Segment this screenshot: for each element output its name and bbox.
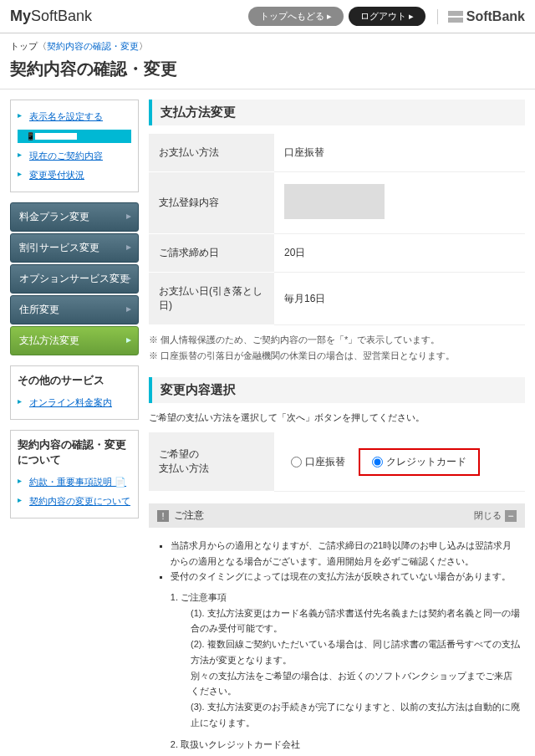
sidebar: 表示名を設定する 📱 現在のご契約内容 変更受付状況 料金プラン変更 割引サービ… (10, 100, 139, 529)
section-payment-change-title: 支払方法変更 (149, 100, 525, 125)
payment-reg-label: 支払登録内容 (149, 172, 274, 234)
nav-payment-change[interactable]: 支払方法変更 (10, 326, 139, 355)
radio-account-transfer[interactable]: 口座振替 (283, 450, 354, 474)
notice-title: ご注意 (174, 508, 204, 523)
notice-icon: ! (157, 510, 169, 522)
sidebar-phone-indicator: 📱 (18, 130, 131, 143)
nav-option-change[interactable]: オプションサービス変更 (10, 264, 139, 294)
minus-icon: − (505, 510, 517, 522)
privacy-note: ※ 個人情報保護のため、ご契約内容の一部を「*」で表示しています。 (149, 334, 525, 346)
nav-plan-change[interactable]: 料金プラン変更 (10, 202, 139, 232)
closing-date-label: ご請求締め日 (149, 234, 274, 273)
notice-body: 当請求月からの適用となりますが、ご請求締日の21時以降のお申し込みは翌請求月から… (149, 528, 525, 756)
payment-method-value: 口座振替 (274, 134, 525, 172)
sidebar-current-contract[interactable]: 現在のご契約内容 (18, 146, 131, 166)
top-bar: MySoftBank トップへもどる ▸ ログアウト ▸ SoftBank (0, 0, 535, 33)
notice-header-bar: !ご注意 閉じる− (149, 503, 525, 528)
choice-label: ご希望の 支払い方法 (149, 432, 274, 492)
my-softbank-logo: MySoftBank (10, 8, 92, 25)
payment-method-label: お支払い方法 (149, 134, 274, 172)
sidebar-set-display-name[interactable]: 表示名を設定する (18, 107, 131, 126)
payment-info-table: お支払い方法口座振替 支払登録内容 ご請求締め日20日 お支払い日(引き落とし日… (149, 134, 525, 325)
main-content: 支払方法変更 お支払い方法口座振替 支払登録内容 ご請求締め日20日 お支払い日… (149, 100, 525, 756)
debit-date-value: 毎月16日 (274, 273, 525, 325)
softbank-bars-icon (448, 11, 463, 23)
section-change-select-title: 変更内容選択 (149, 377, 525, 403)
page-title: 契約内容の確認・変更 (0, 56, 535, 89)
select-instruction: ご希望の支払い方法を選択して「次へ」ボタンを押してください。 (149, 411, 525, 424)
notice-close-toggle[interactable]: 閉じる− (474, 509, 517, 522)
closing-date-value: 20日 (274, 234, 525, 273)
choice-table: ご希望の 支払い方法 口座振替 クレジットカード (149, 432, 525, 492)
sidebar-online-fee[interactable]: オンライン料金案内 (18, 393, 131, 412)
breadcrumb: トップ〈契約内容の確認・変更〉 (0, 33, 535, 56)
sidebar-terms[interactable]: 約款・重要事項説明 📄 (18, 472, 131, 492)
nav-address-change[interactable]: 住所変更 (10, 295, 139, 324)
sidebar-other-title: その他のサービス (18, 373, 131, 388)
sidebar-about-change[interactable]: 契約内容の変更について (18, 492, 131, 511)
softbank-brand-logo: SoftBank (437, 9, 525, 24)
redacted-block (284, 184, 385, 219)
holiday-note: ※ 口座振替の引落日が金融機関の休業日の場合は、翌営業日となります。 (149, 350, 525, 362)
breadcrumb-link[interactable]: 契約内容の確認・変更 (47, 41, 139, 51)
radio-credit-card[interactable]: クレジットカード (359, 448, 480, 476)
sidebar-change-status[interactable]: 変更受付状況 (18, 166, 131, 185)
top-button[interactable]: トップへもどる ▸ (248, 7, 344, 26)
logout-button[interactable]: ログアウト ▸ (349, 7, 425, 26)
sidebar-about-title: 契約内容の確認・変更について (18, 437, 131, 467)
nav-discount-change[interactable]: 割引サービス変更 (10, 233, 139, 263)
debit-date-label: お支払い日(引き落とし日) (149, 273, 274, 325)
